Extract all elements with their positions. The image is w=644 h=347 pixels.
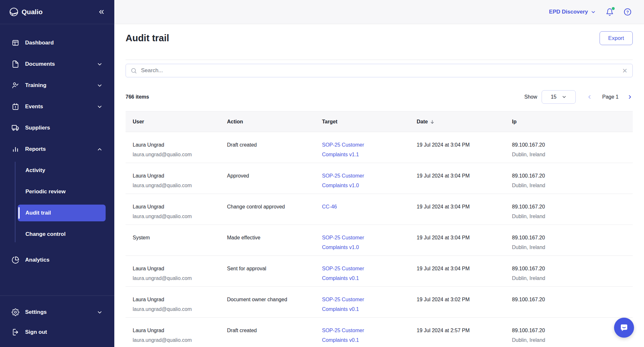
chevron-down-icon [97, 309, 103, 315]
sidebar-item-sign-out[interactable]: Sign out [0, 322, 114, 342]
target-link[interactable]: SOP-25 Customer Complaints v0.1 [322, 264, 380, 283]
ip-cell: 89.100.167.20Dublin, Ireland [512, 163, 633, 194]
section-divider [126, 60, 633, 60]
date-cell: 19 Jul 2024 at 3:04 PM [417, 132, 512, 163]
previous-page-button[interactable] [587, 94, 592, 100]
ip-cell: 89.100.167.20Dublin, Ireland [512, 132, 633, 163]
date-cell: 19 Jul 2024 at 3:04 PM [417, 256, 512, 286]
reports-submenu: Activity Periodic review Audit trail Cha… [0, 160, 114, 245]
notifications-button[interactable] [606, 8, 614, 16]
sidebar-item-label: Documents [25, 61, 91, 67]
help-icon: ? [623, 8, 632, 16]
action-cell: Draft created [227, 318, 322, 347]
clear-search-icon[interactable]: × [622, 66, 627, 75]
training-icon [12, 82, 19, 89]
sort-descending-icon [430, 119, 435, 125]
items-count: 766 items [126, 94, 149, 100]
chat-launcher-button[interactable] [614, 318, 634, 338]
sidebar-item-settings[interactable]: Settings [0, 302, 114, 322]
column-header-ip[interactable]: Ip [512, 111, 633, 132]
user-cell: Laura Ungradlaura.ungrad@qualio.com [126, 194, 227, 225]
user-cell: Laura Ungradlaura.ungrad@qualio.com [126, 256, 227, 286]
events-icon [12, 103, 19, 111]
sidebar-nav: Dashboard Documents Training [0, 24, 114, 271]
workspace-switcher[interactable]: EPD Discovery [549, 9, 596, 15]
action-cell: Sent for approval [227, 256, 322, 286]
sidebar-item-label: Reports [25, 146, 91, 152]
column-header-action[interactable]: Action [227, 111, 322, 132]
target-cell: SOP-25 Customer Complaints v1.1 [322, 132, 417, 163]
ip-cell: 89.100.167.20 [512, 287, 633, 317]
sidebar-item-events[interactable]: Events [0, 96, 114, 117]
table-row: Laura Ungradlaura.ungrad@qualio.com Chan… [126, 194, 633, 225]
target-cell: SOP-25 Customer Complaints v1.0 [322, 163, 417, 194]
sidebar-collapse-button[interactable] [98, 9, 105, 15]
sidebar-subitem-label: Change control [25, 231, 66, 237]
target-cell: SOP-25 Customer Complaints v0.1 [322, 287, 417, 317]
brand-name: Qualio [22, 8, 43, 16]
sidebar-subitem-label: Audit trail [25, 210, 51, 216]
action-cell: Made effective [227, 225, 322, 255]
analytics-icon [12, 256, 19, 264]
ip-cell: 89.100.167.20Dublin, Ireland [512, 318, 633, 347]
reports-icon [12, 145, 19, 153]
sidebar-item-activity[interactable]: Activity [0, 160, 114, 181]
page-title: Audit trail [126, 33, 169, 43]
chevron-down-icon [97, 61, 103, 67]
action-cell: Document owner changed [227, 287, 322, 317]
sign-out-icon [12, 328, 19, 336]
column-header-date[interactable]: Date [417, 111, 512, 132]
list-controls: 766 items Show 15 Page 1 [126, 90, 633, 104]
suppliers-icon [12, 124, 19, 132]
user-cell: Laura Ungradlaura.ungrad@qualio.com [126, 132, 227, 163]
sidebar-item-periodic-review[interactable]: Periodic review [0, 181, 114, 202]
sidebar-subitem-label: Periodic review [25, 188, 66, 195]
ip-cell: 89.100.167.20Dublin, Ireland [512, 225, 633, 255]
ip-cell: 89.100.167.20Dublin, Ireland [512, 256, 633, 286]
target-link[interactable]: SOP-25 Customer Complaints v0.1 [322, 326, 380, 345]
target-link[interactable]: SOP-25 Customer Complaints v1.0 [322, 171, 380, 190]
notification-dot [612, 7, 615, 10]
page-size-select[interactable]: 15 [542, 90, 576, 104]
show-label: Show [524, 94, 537, 100]
sidebar-item-label: Sign out [25, 329, 103, 335]
date-cell: 19 Jul 2024 at 3:02 PM [417, 287, 512, 317]
page-indicator: Page 1 [602, 94, 619, 100]
sidebar-subitem-label: Activity [25, 167, 45, 174]
sidebar-item-documents[interactable]: Documents [0, 53, 114, 75]
svg-text:?: ? [626, 10, 629, 14]
sidebar-header: Qualio [0, 0, 114, 24]
target-link[interactable]: CC-46 [322, 202, 337, 212]
column-header-user[interactable]: User [126, 111, 227, 132]
sidebar-item-audit-trail[interactable]: Audit trail [18, 205, 106, 221]
search-input[interactable] [141, 67, 619, 74]
sidebar-item-label: Analytics [25, 257, 103, 263]
chevron-up-icon [97, 146, 103, 152]
action-cell: Change control approved [227, 194, 322, 225]
sidebar-item-suppliers[interactable]: Suppliers [0, 117, 114, 139]
sidebar-item-reports[interactable]: Reports [0, 139, 114, 160]
chevron-down-icon [562, 94, 567, 100]
next-page-button[interactable] [627, 94, 633, 100]
action-cell: Draft created [227, 132, 322, 163]
sidebar-item-analytics[interactable]: Analytics [0, 249, 114, 271]
date-cell: 19 Jul 2024 at 3:04 PM [417, 194, 512, 225]
workspace-name: EPD Discovery [549, 9, 588, 15]
table-header: User Action Target Date Ip [126, 111, 633, 132]
target-link[interactable]: SOP-25 Customer Complaints v0.1 [322, 295, 380, 314]
user-cell: System [126, 225, 227, 255]
target-link[interactable]: SOP-25 Customer Complaints v1.0 [322, 233, 380, 252]
target-link[interactable]: SOP-25 Customer Complaints v1.1 [322, 140, 380, 159]
chevron-down-icon [591, 9, 596, 15]
sidebar-item-dashboard[interactable]: Dashboard [0, 32, 114, 53]
sidebar-item-training[interactable]: Training [0, 75, 114, 96]
help-button[interactable]: ? [623, 8, 632, 16]
document-icon [12, 60, 19, 68]
main-content: EPD Discovery ? Audit trail Export [114, 0, 644, 347]
table-row: Laura Ungradlaura.ungrad@qualio.com Appr… [126, 163, 633, 194]
user-cell: Laura Ungradlaura.ungrad@qualio.com [126, 318, 227, 347]
sidebar-item-change-control[interactable]: Change control [0, 224, 114, 245]
chat-icon [619, 323, 629, 333]
column-header-target[interactable]: Target [322, 111, 417, 132]
export-button[interactable]: Export [600, 31, 633, 45]
